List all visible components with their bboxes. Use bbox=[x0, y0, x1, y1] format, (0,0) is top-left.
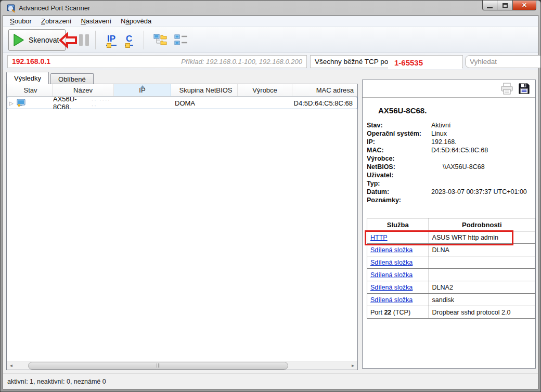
scroll-right-icon[interactable]: ► bbox=[349, 361, 357, 370]
port-range-value: 1-65535 bbox=[394, 58, 423, 67]
close-icon: ✕ bbox=[522, 2, 527, 9]
menu-nastaveni[interactable]: Nastavení bbox=[76, 16, 116, 26]
field-value: Aktivní bbox=[431, 122, 451, 129]
service-row: Port 22 (TCP) Dropbear sshd protocol 2.0 bbox=[367, 306, 535, 319]
field-value: \\AX56U-8C68 bbox=[431, 163, 485, 171]
service-detail bbox=[429, 256, 535, 269]
results-area: Výsledky Oblíbené Stav Název IP Skupina … bbox=[6, 72, 358, 370]
field-value: 2023-03-07 00:37:37 UTC+01:00 bbox=[431, 188, 527, 195]
field-label: NetBIOS: bbox=[367, 163, 431, 171]
results-table: Stav Název IP Skupina NetBIOS Výrobce MA… bbox=[6, 84, 358, 370]
ports-preset-value: Všechny běžné TCP porty bbox=[315, 58, 396, 66]
print-icon[interactable] bbox=[500, 83, 514, 95]
sort-ascending-icon bbox=[140, 85, 145, 88]
service-detail: Dropbear sshd protocol 2.0 bbox=[429, 306, 535, 319]
window-title: Advanced Port Scanner bbox=[19, 4, 90, 12]
service-link-shared-folder[interactable]: Sdílená složka bbox=[370, 246, 413, 254]
column-header-mac[interactable]: MAC adresa bbox=[292, 84, 357, 96]
field-label: Uživatel: bbox=[367, 172, 431, 179]
field-label: IP: bbox=[367, 138, 431, 146]
table-row[interactable]: ▷ AX56U-8C68. ·· ···· ·· bbox=[7, 97, 357, 109]
close-button[interactable]: ✕ bbox=[512, 1, 536, 10]
device-mac: D4:5D:64:C5:8C:68 bbox=[294, 99, 353, 107]
service-row: Sdílená složka sandisk bbox=[367, 294, 535, 306]
device-title: AX56U-8C68. bbox=[378, 106, 535, 115]
class-c-tool-icon[interactable]: C bbox=[125, 34, 133, 46]
scan-button-label: Skenovat bbox=[29, 36, 59, 44]
window-controls: ✕ bbox=[482, 1, 536, 15]
field-label: Datum: bbox=[367, 188, 431, 195]
column-header-ip[interactable]: IP bbox=[114, 84, 171, 96]
field-label: Poznámky: bbox=[367, 197, 431, 204]
pause-icon[interactable] bbox=[79, 34, 89, 46]
service-link-http[interactable]: HTTP bbox=[370, 234, 388, 241]
play-icon bbox=[13, 33, 24, 47]
app-window: Advanced Port Scanner ✕ Soubor Zobrazení… bbox=[0, 0, 541, 392]
save-icon[interactable] bbox=[518, 83, 530, 95]
column-header-vyrobce[interactable]: Výrobce bbox=[238, 84, 292, 96]
field-value: 192.168. bbox=[431, 138, 457, 146]
redaction-marks: ·· ···· ·· bbox=[92, 97, 114, 109]
service-port-22: Port 22 (TCP) bbox=[367, 306, 429, 319]
menu-zobrazeni[interactable]: Zobrazení bbox=[36, 16, 76, 26]
service-link-shared-folder[interactable]: Sdílená složka bbox=[370, 296, 413, 304]
horizontal-scrollbar[interactable]: ◄ ► bbox=[7, 361, 357, 370]
menu-napoveda[interactable]: Nápověda bbox=[116, 16, 156, 26]
service-link-shared-folder[interactable]: Sdílená složka bbox=[370, 259, 413, 266]
results-table-header: Stav Název IP Skupina NetBIOS Výrobce MA… bbox=[7, 84, 357, 97]
statusbar: aktivní: 1, neaktivní: 0, neznámé 0 bbox=[3, 373, 538, 389]
titlebar[interactable]: Advanced Port Scanner ✕ bbox=[3, 1, 538, 15]
service-detail: ASUS WRT http admin bbox=[429, 231, 535, 244]
maximize-icon bbox=[503, 3, 508, 8]
network-tree-view-icon[interactable] bbox=[153, 34, 168, 46]
service-detail: DLNA bbox=[429, 244, 535, 256]
tab-vysledky[interactable]: Výsledky bbox=[6, 72, 49, 84]
scan-button[interactable]: Skenovat bbox=[8, 29, 66, 51]
minimize-icon bbox=[487, 7, 493, 8]
cell-vyrobce bbox=[238, 97, 293, 109]
service-link-shared-folder[interactable]: Sdílená složka bbox=[370, 271, 413, 279]
service-row: Sdílená složka bbox=[367, 256, 535, 269]
column-header-stav[interactable]: Stav bbox=[7, 84, 53, 96]
field-label: MAC: bbox=[367, 147, 431, 154]
services-column-podrobnosti: Podrobnosti bbox=[429, 218, 535, 231]
search-box[interactable] bbox=[465, 55, 541, 68]
search-input[interactable] bbox=[470, 58, 541, 66]
ip-tool-icon[interactable]: IP bbox=[106, 34, 117, 46]
tab-bar: Výsledky Oblíbené bbox=[6, 72, 358, 84]
services-table: Služba Podrobnosti HTTP ASUS WRT http ad… bbox=[367, 218, 535, 319]
menu-soubor[interactable]: Soubor bbox=[5, 16, 36, 26]
scrollbar-track[interactable] bbox=[16, 361, 349, 370]
device-netbios-group: DOMA bbox=[175, 99, 195, 107]
ip-range-input[interactable]: 192.168.0.1 Příklad: 192.168.0.1-100, 19… bbox=[7, 55, 307, 68]
menubar: Soubor Zobrazení Nastavení Nápověda bbox=[3, 16, 538, 27]
scrollbar-thumb[interactable] bbox=[28, 362, 288, 370]
minimize-button[interactable] bbox=[482, 1, 497, 10]
workspace: Výsledky Oblíbené Stav Název IP Skupina … bbox=[3, 70, 538, 373]
device-fields: Stav:Aktivní Operační systém:Linux IP:19… bbox=[367, 121, 535, 204]
service-row: Sdílená složka DLNA2 bbox=[367, 281, 535, 294]
cell-netbios: DOMA bbox=[172, 97, 238, 109]
results-table-body: ▷ AX56U-8C68. ·· ···· ·· bbox=[7, 97, 357, 361]
cell-stav: ▷ bbox=[7, 97, 53, 109]
column-header-netbios[interactable]: Skupina NetBIOS bbox=[171, 84, 238, 96]
tab-oblibene[interactable]: Oblíbené bbox=[50, 73, 94, 84]
pause-bar bbox=[85, 34, 89, 46]
cell-ip bbox=[114, 97, 172, 109]
column-header-nazev[interactable]: Název bbox=[53, 84, 114, 96]
services-column-sluzba: Služba bbox=[367, 218, 429, 231]
expand-arrow-icon[interactable]: ▷ bbox=[9, 100, 14, 106]
service-row: HTTP ASUS WRT http admin bbox=[367, 231, 535, 244]
list-view-icon[interactable] bbox=[174, 34, 189, 46]
maximize-button[interactable] bbox=[497, 1, 512, 10]
scroll-left-icon[interactable]: ◄ bbox=[7, 361, 16, 370]
field-value: Linux bbox=[431, 130, 447, 137]
details-toolbar bbox=[363, 80, 535, 98]
toolbar: Skenovat IP C bbox=[3, 27, 538, 53]
client-area: Soubor Zobrazení Nastavení Nápověda Sken… bbox=[3, 15, 538, 389]
service-detail: DLNA2 bbox=[429, 281, 535, 294]
service-link-shared-folder[interactable]: Sdílená složka bbox=[370, 284, 413, 291]
device-status-icon bbox=[17, 99, 26, 108]
ip-range-value: 192.168.0.1 bbox=[12, 57, 50, 66]
port-range-input[interactable]: 1-65535 bbox=[388, 56, 462, 69]
